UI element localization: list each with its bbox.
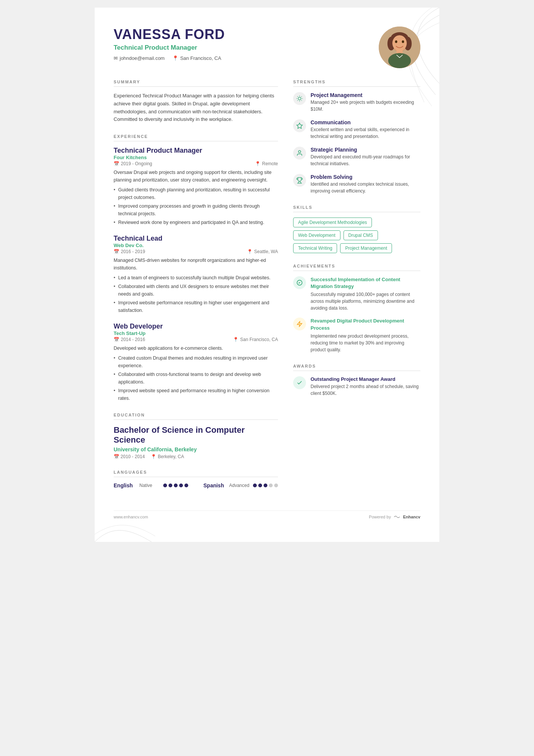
achievement-desc-1: Successfully migrated 100,000+ pages of … (311, 291, 420, 311)
exp-period-1: 📅 2019 - Ongoing (114, 161, 152, 166)
strength-content-1: Project Management Managed 20+ web proje… (311, 92, 420, 113)
strength-icon-2 (293, 119, 306, 132)
skills-container: Agile Development Methodologies Web Deve… (293, 218, 420, 253)
svg-point-20 (298, 150, 301, 153)
header-left: VANESSA FORD Technical Product Manager ✉… (114, 27, 225, 61)
svg-line-14 (301, 100, 302, 101)
edu-calendar-icon: 📅 (114, 454, 119, 459)
exp-bullets-3: Created custom Drupal themes and modules… (114, 354, 278, 402)
exp-title-2: Technical Lead (114, 235, 278, 243)
right-column: STRENGTHS (293, 80, 420, 499)
exp-desc-2: Managed CMS-driven websites for nonprofi… (114, 257, 278, 272)
education-section: EDUCATION Bachelor of Science in Compute… (114, 413, 278, 459)
dot-1-5 (184, 484, 188, 487)
dot-1-3 (174, 484, 178, 487)
bullet-2-3: Improved website performance resulting i… (114, 299, 278, 314)
exp-meta-3: 📅 2014 - 2016 📍 San Francisco, CA (114, 337, 278, 342)
edu-meta: 📅 2010 - 2014 📍 Berkeley, CA (114, 454, 278, 459)
strength-desc-4: Identified and resolved complex technica… (311, 181, 420, 194)
strengths-section-title: STRENGTHS (293, 80, 420, 87)
brand-name: Enhancv (403, 515, 420, 519)
bullet-2-2: Collaborated with clients and UX designe… (114, 283, 278, 298)
strength-item-1: Project Management Managed 20+ web proje… (293, 92, 420, 113)
achievement-icon-1 (293, 276, 306, 289)
exp-location-2: 📍 Seattle, WA (247, 249, 278, 254)
strength-content-2: Communication Excellent written and verb… (311, 119, 420, 140)
achievements-section: ACHIEVEMENTS Successful Implementation o… (293, 264, 420, 353)
bullet-1-3: Reviewed work done by engineers and part… (114, 219, 278, 226)
email-text: johndoe@email.com (120, 55, 165, 61)
achievement-item-2: Revamped Digital Product Development Pro… (293, 318, 420, 353)
email-icon: ✉ (114, 55, 118, 61)
svg-point-10 (298, 97, 301, 100)
strength-item-2: Communication Excellent written and verb… (293, 119, 420, 140)
exp-location-1: 📍 Remote (255, 161, 278, 166)
skills-section: SKILLS Agile Development Methodologies W… (293, 205, 420, 253)
strength-icon-4 (293, 174, 306, 187)
dot-2-5 (274, 484, 278, 487)
strength-icon-1 (293, 92, 306, 105)
skill-tag-4: Technical Writing (293, 243, 337, 253)
skill-tag-2: Web Development (293, 230, 340, 240)
bullet-2-1: Led a team of engineers to successfully … (114, 274, 278, 282)
loc-icon-2: 📍 (247, 249, 253, 254)
exp-meta-2: 📅 2016 - 2019 📍 Seattle, WA (114, 249, 278, 254)
exp-desc-3: Developed web applications for e-commerc… (114, 344, 278, 352)
lang-name-2: Spanish (203, 482, 226, 488)
achievement-title-1: Successful Implementation of Content Mig… (311, 276, 420, 290)
footer-website: www.enhancv.com (114, 515, 148, 519)
bullet-3-2: Collaborated with cross-functional teams… (114, 371, 278, 386)
achievements-section-title: ACHIEVEMENTS (293, 264, 420, 271)
lang-level-2: Advanced (229, 483, 250, 488)
achievement-item-1: Successful Implementation of Content Mig… (293, 276, 420, 311)
skill-tag-3: Drupal CMS (344, 230, 378, 240)
language-item-1: English Native (114, 482, 188, 488)
strength-title-4: Problem Solving (311, 174, 420, 180)
footer: www.enhancv.com Powered by Enhancv (114, 510, 420, 519)
exp-title-1: Technical Product Manager (114, 147, 278, 155)
svg-point-9 (388, 53, 411, 68)
awards-section: AWARDS Outstanding Project Manager Award… (293, 364, 420, 397)
svg-point-6 (395, 41, 397, 43)
dot-1-2 (169, 484, 172, 487)
skill-tag-1: Agile Development Methodologies (293, 218, 372, 227)
experience-item-1: Technical Product Manager Four Kitchens … (114, 147, 278, 226)
languages-section-title: LANGUAGES (114, 470, 278, 477)
exp-location-3: 📍 San Francisco, CA (233, 337, 278, 342)
award-desc-1: Delivered project 2 months ahead of sche… (311, 383, 420, 397)
exp-meta-1: 📅 2019 - Ongoing 📍 Remote (114, 161, 278, 166)
header: VANESSA FORD Technical Product Manager ✉… (114, 27, 420, 68)
achievement-title-2: Revamped Digital Product Development Pro… (311, 318, 420, 331)
dot-2-1 (253, 484, 257, 487)
lang-dots-1 (163, 484, 188, 487)
strength-content-4: Problem Solving Identified and resolved … (311, 174, 420, 194)
footer-brand: Powered by Enhancv (369, 515, 420, 519)
contact-info: ✉ johndoe@email.com 📍 San Francisco, CA (114, 55, 225, 61)
calendar-icon-2: 📅 (114, 249, 119, 254)
award-item-1: Outstanding Project Manager Award Delive… (293, 376, 420, 397)
experience-item-3: Web Developer Tech Start-Up 📅 2014 - 201… (114, 322, 278, 402)
powered-by-text: Powered by (369, 515, 391, 519)
experience-item-2: Technical Lead Web Dev Co. 📅 2016 - 2019… (114, 235, 278, 314)
dot-2-2 (258, 484, 262, 487)
bullet-3-1: Created custom Drupal themes and modules… (114, 354, 278, 369)
award-content-1: Outstanding Project Manager Award Delive… (311, 376, 420, 397)
award-title-1: Outstanding Project Manager Award (311, 376, 420, 382)
exp-bullets-2: Led a team of engineers to successfully … (114, 274, 278, 314)
strength-desc-1: Managed 20+ web projects with budgets ex… (311, 99, 420, 113)
bullet-1-1: Guided clients through planning and prio… (114, 186, 278, 201)
achievement-desc-2: Implemented new product development proc… (311, 333, 420, 353)
two-col-layout: SUMMARY Experienced Technical Product Ma… (114, 80, 420, 499)
exp-company-1: Four Kitchens (114, 155, 278, 160)
exp-desc-1: Oversaw Drupal web projects and ongoing … (114, 169, 278, 184)
job-title: Technical Product Manager (114, 44, 225, 52)
languages-row: English Native Spanish (114, 482, 278, 488)
loc-icon-3: 📍 (233, 337, 239, 342)
left-column: SUMMARY Experienced Technical Product Ma… (114, 80, 278, 499)
calendar-icon-1: 📅 (114, 161, 119, 166)
strength-desc-3: Developed and executed multi-year roadma… (311, 153, 420, 167)
avatar (379, 27, 420, 68)
award-icon-1 (293, 376, 306, 389)
bullet-1-2: Improved company processes and growth in… (114, 202, 278, 218)
loc-icon-1: 📍 (255, 161, 261, 166)
